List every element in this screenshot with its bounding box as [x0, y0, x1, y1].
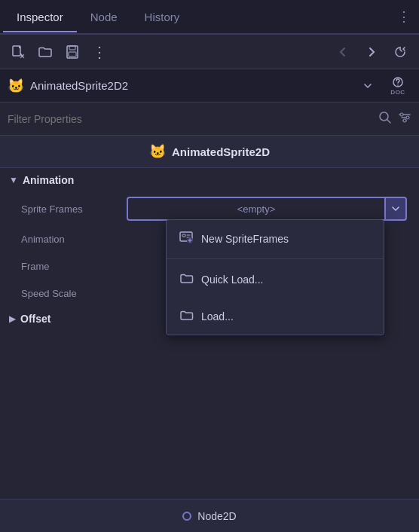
svg-point-8	[406, 116, 409, 119]
load-label: Load...	[201, 310, 234, 323]
history-button[interactable]	[387, 40, 413, 64]
footer-bar: Node2D	[0, 499, 419, 532]
filter-input[interactable]	[8, 113, 372, 125]
svg-rect-11	[182, 234, 185, 237]
forward-button[interactable]	[359, 40, 384, 64]
doc-label: DOC	[390, 89, 405, 96]
node-selector: 🐱 AnimatedSprite2D2 DOC	[0, 69, 419, 102]
search-icon[interactable]	[378, 111, 392, 127]
new-scene-button[interactable]	[6, 40, 30, 64]
quick-load-label: Quick Load...	[201, 274, 264, 286]
speed-scale-label: Speed Scale	[21, 288, 127, 299]
sprite-frames-value: <empty>	[127, 197, 407, 221]
open-button[interactable]	[33, 40, 57, 64]
quick-load-icon	[179, 270, 194, 289]
tab-inspector[interactable]: Inspector	[3, 3, 77, 32]
dropdown-divider-1	[167, 258, 384, 259]
toolbar: ⋮	[0, 35, 419, 69]
offset-section-arrow: ▶	[9, 313, 16, 324]
class-icon: 🐱	[149, 143, 166, 160]
sprite-frames-dropdown-button[interactable]	[386, 197, 407, 221]
back-button[interactable]	[330, 40, 356, 64]
filter-settings-icon[interactable]	[398, 111, 411, 127]
node2d-circle-icon	[182, 512, 191, 521]
animation-section-header[interactable]: ▼ Animation	[0, 168, 419, 192]
new-sprite-frames-icon	[179, 229, 194, 248]
frame-label: Frame	[21, 261, 127, 272]
node-dropdown-button[interactable]	[357, 75, 378, 96]
dropdown-item-quick-load[interactable]: Quick Load...	[167, 261, 384, 298]
animation-label: Animation	[21, 234, 127, 245]
save-button[interactable]	[60, 40, 84, 64]
animation-section-arrow: ▼	[9, 175, 18, 185]
class-name: AnimatedSprite2D	[172, 145, 270, 158]
node-type-icon: 🐱	[8, 78, 24, 94]
inspector-panel: Inspector Node History ⋮	[0, 0, 419, 532]
inspector-body: 🐱 AnimatedSprite2D ▼ Animation Sprite Fr…	[0, 136, 419, 532]
offset-section-title: Offset	[20, 313, 50, 325]
more-button[interactable]: ⋮	[87, 40, 112, 64]
sprite-frames-dropdown-menu: New SpriteFrames Quick Load...	[166, 219, 384, 335]
footer-label: Node2D	[197, 510, 236, 522]
tab-menu-button[interactable]: ⋮	[392, 5, 416, 29]
node-name: AnimatedSprite2D2	[30, 79, 351, 92]
svg-point-6	[380, 112, 388, 121]
new-sprite-frames-label: New SpriteFrames	[201, 233, 289, 245]
svg-point-5	[397, 84, 399, 86]
tab-bar: Inspector Node History ⋮	[0, 0, 419, 35]
svg-rect-3	[69, 52, 76, 57]
doc-button[interactable]: DOC	[384, 74, 411, 98]
sprite-frames-row: Sprite Frames <empty>	[0, 192, 419, 225]
load-icon	[179, 307, 194, 326]
svg-point-9	[403, 119, 406, 122]
dropdown-item-new-sprite-frames[interactable]: New SpriteFrames	[167, 220, 384, 257]
sprite-frames-label: Sprite Frames	[21, 203, 127, 215]
svg-point-7	[400, 113, 403, 116]
dropdown-item-load[interactable]: Load...	[167, 298, 384, 335]
tab-node[interactable]: Node	[77, 3, 131, 32]
tab-history[interactable]: History	[131, 3, 194, 32]
filter-bar	[0, 102, 419, 136]
sprite-frames-empty-button[interactable]: <empty>	[127, 197, 386, 221]
animation-section-title: Animation	[23, 174, 74, 186]
class-header: 🐱 AnimatedSprite2D	[0, 136, 419, 168]
